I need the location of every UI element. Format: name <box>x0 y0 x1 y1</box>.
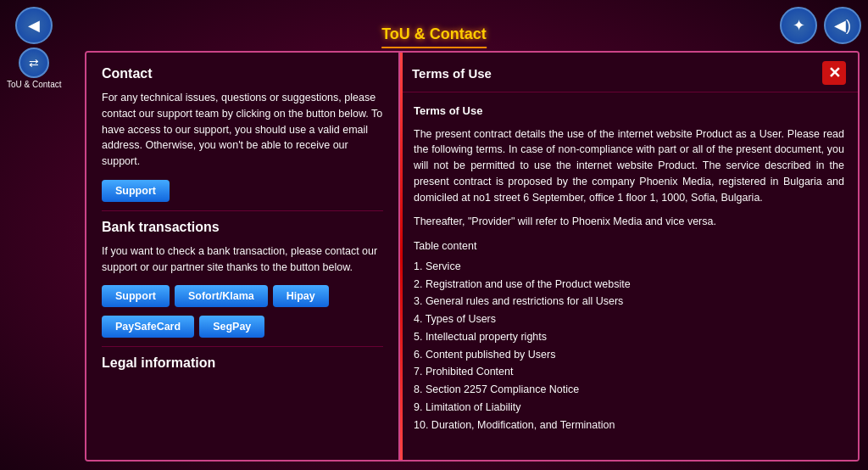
terms-heading: Terms of Use <box>414 103 844 120</box>
main-container: Contact For any technical issues, questi… <box>85 51 860 462</box>
right-panel-header: Terms of Use ✕ <box>400 53 858 92</box>
bank-text: If you want to check a bank transaction,… <box>102 243 383 276</box>
legal-heading: Legal information <box>102 355 383 371</box>
tou-nav-item: ⇄ ToU & Contact <box>7 48 61 89</box>
tou-button[interactable]: ⇄ <box>19 48 49 78</box>
contact-heading: Contact <box>102 66 383 81</box>
terms-para2: Thereafter, "Provider" will refer to Pho… <box>414 214 844 230</box>
bank-support-button[interactable]: Support <box>102 285 170 307</box>
back-nav-item: ◀ <box>7 7 61 44</box>
toc-item: 9. Limitation of Liability <box>414 399 844 417</box>
top-right-nav: ✦ ◀) <box>780 7 861 44</box>
divider-1 <box>102 210 383 211</box>
contact-support-button[interactable]: Support <box>102 180 170 202</box>
terms-para1: The present contract details the use of … <box>414 126 844 206</box>
right-panel: Terms of Use ✕ Terms of Use The present … <box>400 53 858 460</box>
tou-label: ToU & Contact <box>7 80 61 89</box>
paysafecard-button[interactable]: PaySafeCard <box>102 316 194 338</box>
left-panel: Contact For any technical issues, questi… <box>86 53 400 460</box>
page-title: ToU & Contact <box>381 25 487 48</box>
close-button[interactable]: ✕ <box>822 61 846 85</box>
toc-item: 1. Service <box>414 258 844 276</box>
contact-buttons: Support <box>102 180 383 202</box>
bank-buttons: Support Sofort/Klama Hipay <box>102 285 383 307</box>
sound-button[interactable]: ◀) <box>824 7 861 44</box>
toc-item: 2. Registration and use of the Product w… <box>414 276 844 294</box>
divider-2 <box>102 346 383 347</box>
toc-list: 1. Service2. Registration and use of the… <box>414 258 844 434</box>
toc-item: 5. Intellectual property rights <box>414 328 844 346</box>
contact-text: For any technical issues, questions or s… <box>102 90 383 170</box>
segpay-button[interactable]: SegPay <box>199 316 264 338</box>
bank-buttons-2: PaySafeCard SegPay <box>102 316 383 338</box>
terms-panel-title: Terms of Use <box>412 66 492 81</box>
sofort-button[interactable]: Sofort/Klama <box>175 285 268 307</box>
toc-item: 8. Section 2257 Compliance Notice <box>414 381 844 399</box>
toc-item: 6. Content published by Users <box>414 346 844 364</box>
globe-button[interactable]: ✦ <box>780 7 817 44</box>
top-left-nav: ◀ ⇄ ToU & Contact <box>7 7 61 89</box>
bank-heading: Bank transactions <box>102 220 383 235</box>
toc-item: 3. General rules and restrictions for al… <box>414 293 844 311</box>
terms-content[interactable]: Terms of Use The present contract detail… <box>400 92 858 460</box>
toc-title: Table content <box>414 238 844 255</box>
toc-item: 10. Duration, Modification, and Terminat… <box>414 417 844 434</box>
back-button[interactable]: ◀ <box>15 7 53 44</box>
toc-item: 7. Prohibited Content <box>414 363 844 381</box>
hipay-button[interactable]: Hipay <box>273 285 329 307</box>
toc-item: 4. Types of Users <box>414 311 844 328</box>
